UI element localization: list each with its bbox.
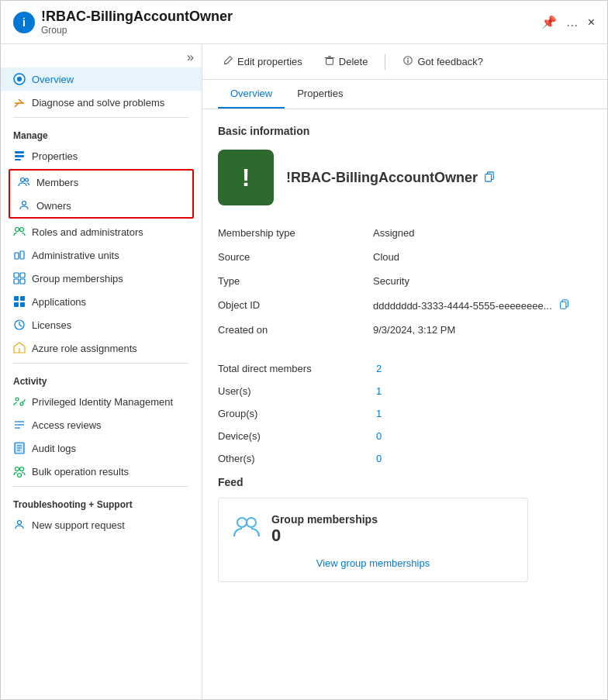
sidebar-item-label-group-memberships: Group memberships: [32, 273, 123, 284]
svg-point-34: [20, 467, 24, 471]
collapse-icon[interactable]: »: [187, 50, 194, 64]
main-content: » Overview: [1, 44, 607, 699]
svg-rect-37: [326, 58, 333, 64]
content-area: Edit properties Delete: [202, 44, 607, 699]
access-reviews-icon: [13, 419, 26, 431]
sidebar-item-owners[interactable]: Owners: [10, 194, 192, 217]
feed-card-info: Group memberships 0: [271, 513, 378, 546]
devices-value[interactable]: 0: [376, 430, 382, 442]
sidebar-item-diagnose[interactable]: Diagnose and solve problems: [1, 91, 202, 114]
total-members-value[interactable]: 2: [376, 363, 382, 374]
membership-type-value[interactable]: Assigned: [373, 221, 592, 245]
delete-icon: [324, 55, 335, 68]
svg-rect-17: [14, 296, 19, 301]
feed-card-icon: [231, 511, 262, 548]
sidebar-item-label-admin-units: Administrative units: [32, 250, 119, 261]
sidebar-item-admin-units[interactable]: Administrative units: [1, 243, 202, 267]
svg-rect-12: [20, 251, 24, 259]
more-icon[interactable]: …: [566, 16, 579, 29]
sidebar-divider-support: [13, 486, 189, 487]
sidebar-section-support: Troubleshooting + Support: [1, 490, 202, 513]
feed-card-link[interactable]: View group memberships: [231, 554, 515, 569]
svg-point-24: [16, 398, 19, 401]
svg-rect-19: [14, 302, 19, 307]
svg-point-33: [16, 467, 19, 471]
edit-icon: [223, 55, 233, 68]
sidebar-item-azure-roles[interactable]: Azure role assignments: [1, 336, 202, 360]
groups-row: Group(s) 1: [218, 402, 592, 425]
svg-point-7: [26, 178, 29, 181]
sidebar-item-overview[interactable]: Overview: [1, 67, 202, 91]
members-icon: [18, 176, 30, 188]
svg-rect-46: [561, 302, 566, 309]
edit-properties-button[interactable]: Edit properties: [218, 52, 307, 71]
group-header: ! !RBAC-BillingAccountOwner: [218, 150, 592, 205]
roles-icon: [13, 226, 26, 238]
total-members-row: Total direct members 2: [218, 357, 592, 380]
sidebar-item-pim[interactable]: Privileged Identity Management: [1, 390, 202, 413]
sidebar-item-licenses[interactable]: Licenses: [1, 313, 202, 336]
others-value[interactable]: 0: [376, 453, 382, 464]
svg-point-48: [247, 518, 256, 527]
sidebar-item-bulk-ops[interactable]: Bulk operation results: [1, 460, 202, 483]
devices-row: Device(s) 0: [218, 425, 592, 447]
membership-type-row: Membership type Assigned: [218, 221, 592, 245]
sidebar-item-applications[interactable]: Applications: [1, 290, 202, 313]
detail-content: Basic information ! !RBAC-BillingAccount…: [202, 109, 607, 699]
feed-card-row: Group memberships 0: [231, 511, 515, 548]
svg-point-8: [22, 202, 26, 205]
delete-button[interactable]: Delete: [320, 52, 373, 71]
azure-roles-icon: [13, 342, 26, 354]
svg-rect-20: [20, 302, 25, 307]
window-title: !RBAC-BillingAccountOwner: [41, 9, 535, 25]
highlight-box-members-owners: Members Owners: [9, 169, 194, 219]
svg-point-10: [20, 228, 24, 232]
sidebar-item-members[interactable]: Members: [10, 171, 192, 194]
tab-overview[interactable]: Overview: [218, 80, 285, 109]
source-label: Source: [218, 245, 373, 269]
svg-rect-11: [15, 253, 19, 259]
svg-rect-4: [15, 155, 24, 157]
sidebar-item-access-reviews[interactable]: Access reviews: [1, 413, 202, 436]
object-id-row: Object ID dddddddd-3333-4444-5555-eeeeee…: [218, 293, 592, 318]
diagnose-icon: [13, 96, 26, 109]
sidebar-item-audit-logs[interactable]: Audit logs: [1, 436, 202, 460]
group-name-text: !RBAC-BillingAccountOwner: [286, 170, 478, 186]
sidebar-item-roles[interactable]: Roles and administrators: [1, 220, 202, 243]
toolbar: Edit properties Delete: [202, 44, 607, 80]
sidebar-item-label-properties: Properties: [32, 150, 78, 162]
info-table: Membership type Assigned Source Cloud Ty…: [218, 221, 592, 342]
svg-rect-14: [20, 273, 25, 278]
sidebar-collapse[interactable]: »: [1, 44, 202, 67]
title-actions: 📌 … ×: [541, 15, 595, 29]
pin-icon[interactable]: 📌: [541, 15, 557, 29]
sidebar-item-label-access-reviews: Access reviews: [32, 419, 102, 431]
sidebar-item-group-memberships[interactable]: Group memberships: [1, 267, 202, 290]
sidebar-item-label-diagnose: Diagnose and solve problems: [32, 97, 164, 109]
support-icon: [13, 519, 26, 531]
feedback-button[interactable]: Got feedback?: [398, 52, 488, 71]
main-window: i !RBAC-BillingAccountOwner Group 📌 … × …: [0, 0, 608, 700]
close-button[interactable]: ×: [588, 16, 595, 29]
applications-icon: [13, 295, 26, 308]
created-on-value: 9/3/2024, 3:12 PM: [373, 318, 592, 342]
sidebar-item-properties[interactable]: Properties: [1, 144, 202, 167]
users-value[interactable]: 1: [376, 385, 382, 397]
sidebar-item-support[interactable]: New support request: [1, 513, 202, 536]
svg-point-1: [17, 77, 22, 81]
tab-properties[interactable]: Properties: [285, 80, 355, 109]
sidebar-divider-activity: [13, 363, 189, 364]
others-label: Other(s): [218, 453, 373, 464]
copy-object-id-icon[interactable]: [559, 300, 569, 312]
source-row: Source Cloud: [218, 245, 592, 269]
svg-rect-16: [20, 279, 25, 284]
svg-point-41: [408, 58, 409, 60]
sidebar-item-label-audit-logs: Audit logs: [32, 443, 76, 454]
sidebar-section-activity: Activity: [1, 367, 202, 390]
groups-value[interactable]: 1: [376, 408, 382, 419]
users-row: User(s) 1: [218, 380, 592, 402]
delete-label: Delete: [339, 56, 368, 67]
sidebar-item-label-members: Members: [36, 177, 78, 188]
toolbar-divider: [385, 54, 385, 70]
copy-name-icon[interactable]: [484, 171, 495, 184]
